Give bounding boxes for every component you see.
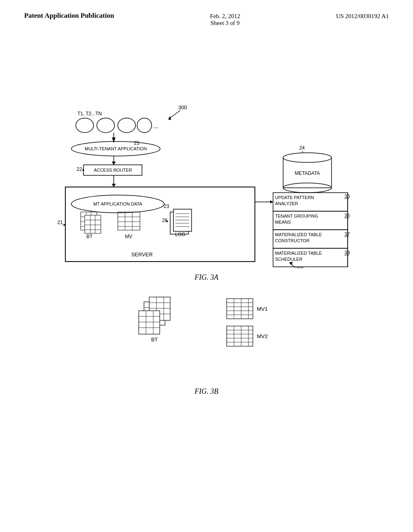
mv-label-3a: MV	[125, 234, 132, 239]
mat-table-constructor-label: MATERIALIZED TABLE	[275, 232, 322, 237]
svg-point-49	[283, 153, 332, 162]
svg-rect-76	[139, 311, 160, 334]
svg-rect-30	[118, 212, 140, 230]
tenants-label: T1, T2...TN	[77, 111, 102, 116]
ref-38: 38	[344, 250, 350, 256]
bt-label-3a: BT	[86, 234, 93, 239]
ref-24: 24	[299, 145, 305, 151]
svg-point-2	[118, 118, 136, 133]
tenant-grouping-label2: MEANS	[275, 220, 291, 224]
log-label: LOG	[175, 232, 185, 237]
svg-marker-15	[112, 184, 116, 187]
mat-table-constructor-label2: CONSTRUCTOR	[275, 238, 309, 243]
fig3a-label: FIG. 3A	[25, 273, 388, 282]
ref-25: 25	[134, 140, 140, 146]
tenant-grouping-label: TENANT GROUPING	[275, 214, 318, 218]
svg-text:...: ...	[153, 123, 159, 129]
mat-table-scheduler-label: MATERIALIZED TABLE	[275, 251, 322, 256]
svg-rect-24	[85, 215, 101, 233]
bt-label-3b: BT	[151, 337, 158, 343]
mv1-label: MV1	[257, 306, 268, 312]
svg-marker-6	[168, 116, 171, 120]
publication-number: US 2012/0030192 A1	[336, 11, 389, 20]
access-router-label: ACCESS ROUTER	[94, 168, 132, 172]
mat-table-scheduler-label2: SCHEDULER	[275, 257, 302, 262]
svg-rect-82	[227, 299, 253, 319]
svg-rect-39	[173, 209, 192, 231]
svg-point-1	[97, 118, 115, 133]
ref-22: 22	[77, 166, 82, 172]
ref-300: 300	[178, 104, 187, 110]
update-pattern-label2: ANALYZER	[275, 201, 298, 206]
fig3b-label: FIG. 3B	[25, 387, 388, 396]
ref-23: -23	[162, 204, 169, 209]
ref-21: 21	[57, 220, 63, 225]
server-label: SERVER	[131, 251, 152, 258]
multi-tenant-label: MULTI-TENANT APPLICATION	[85, 146, 147, 151]
ref-35: 35	[344, 193, 350, 199]
svg-marker-10	[112, 162, 116, 165]
publication-title: Patent Application Publication	[24, 11, 114, 20]
svg-marker-62	[270, 200, 273, 204]
page-header: Patent Application Publication Feb. 2, 2…	[0, 0, 413, 31]
ref-36: 36	[344, 213, 350, 218]
fig3b-diagram: BT MV1 MV2	[25, 290, 388, 382]
ref-37: 37	[344, 231, 350, 237]
ref-301: 301	[296, 266, 304, 268]
svg-rect-90	[227, 326, 253, 346]
update-pattern-label: UPDATE PATTERN	[275, 195, 314, 200]
fig3b-container: BT MV1 MV2 FIG. 3B	[25, 290, 388, 396]
publication-date: Feb. 2, 2012 Sheet 3 of 9	[210, 11, 240, 27]
svg-point-3	[137, 118, 152, 133]
fig3a-container: T1, T2...TN ... 300 MULTI-TENANT APPLICA…	[25, 43, 388, 282]
metadata-label: METADATA	[295, 170, 320, 176]
mt-app-data-label: MT APPLICATION DATA	[94, 202, 142, 206]
fig3a-diagram: T1, T2...TN ... 300 MULTI-TENANT APPLICA…	[25, 43, 388, 268]
svg-point-0	[76, 118, 94, 133]
mv2-label: MV2	[257, 333, 268, 339]
